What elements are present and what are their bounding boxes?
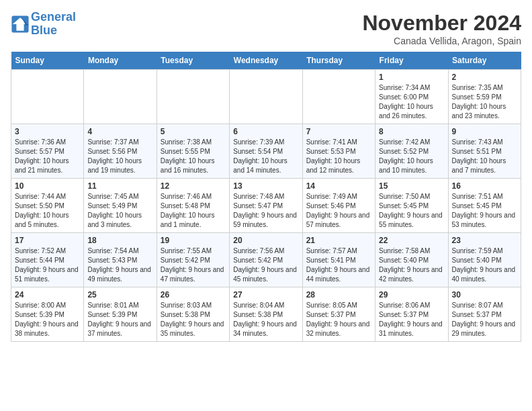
day-number: 5 — [161, 127, 226, 136]
calendar-cell: 29Sunrise: 8:06 AM Sunset: 5:37 PM Dayli… — [375, 287, 448, 342]
day-number: 28 — [306, 290, 371, 300]
day-detail: Sunrise: 7:38 AM Sunset: 5:55 PM Dayligh… — [161, 138, 226, 175]
day-detail: Sunrise: 7:34 AM Sunset: 6:00 PM Dayligh… — [379, 83, 444, 121]
day-detail: Sunrise: 7:43 AM Sunset: 5:51 PM Dayligh… — [452, 138, 517, 175]
day-detail: Sunrise: 8:00 AM Sunset: 5:39 PM Dayligh… — [15, 301, 80, 338]
day-number: 12 — [161, 181, 226, 191]
calendar-cell: 25Sunrise: 8:01 AM Sunset: 5:39 PM Dayli… — [84, 287, 157, 342]
weekday-header: Tuesday — [157, 52, 229, 70]
day-detail: Sunrise: 7:35 AM Sunset: 5:59 PM Dayligh… — [452, 83, 517, 121]
day-detail: Sunrise: 8:06 AM Sunset: 5:37 PM Dayligh… — [379, 301, 444, 338]
day-number: 27 — [233, 290, 298, 300]
calendar-cell: 6Sunrise: 7:39 AM Sunset: 5:54 PM Daylig… — [230, 124, 302, 179]
day-detail: Sunrise: 7:46 AM Sunset: 5:48 PM Dayligh… — [161, 192, 226, 230]
calendar-cell: 2Sunrise: 7:35 AM Sunset: 5:59 PM Daylig… — [448, 70, 521, 124]
month-title: November 2024 — [362, 11, 521, 36]
calendar-cell: 9Sunrise: 7:43 AM Sunset: 5:51 PM Daylig… — [448, 124, 521, 179]
calendar-cell: 1Sunrise: 7:34 AM Sunset: 6:00 PM Daylig… — [375, 70, 448, 124]
day-detail: Sunrise: 7:36 AM Sunset: 5:57 PM Dayligh… — [15, 138, 80, 175]
day-detail: Sunrise: 7:37 AM Sunset: 5:56 PM Dayligh… — [87, 138, 152, 175]
calendar-cell: 4Sunrise: 7:37 AM Sunset: 5:56 PM Daylig… — [84, 124, 157, 179]
weekday-header-row: SundayMondayTuesdayWednesdayThursdayFrid… — [11, 52, 521, 70]
logo-line2: Blue — [31, 24, 57, 37]
day-number: 14 — [306, 181, 371, 191]
day-number: 16 — [452, 181, 517, 191]
day-number: 9 — [452, 127, 517, 136]
calendar-cell: 15Sunrise: 7:50 AM Sunset: 5:45 PM Dayli… — [375, 179, 448, 233]
day-number: 20 — [233, 236, 298, 245]
calendar-cell: 23Sunrise: 7:59 AM Sunset: 5:40 PM Dayli… — [448, 233, 521, 287]
day-number: 1 — [379, 73, 444, 82]
calendar-cell: 30Sunrise: 8:07 AM Sunset: 5:37 PM Dayli… — [448, 287, 521, 342]
calendar-cell — [230, 70, 302, 124]
calendar-cell: 18Sunrise: 7:54 AM Sunset: 5:43 PM Dayli… — [84, 233, 157, 287]
day-detail: Sunrise: 7:48 AM Sunset: 5:47 PM Dayligh… — [233, 192, 298, 230]
day-detail: Sunrise: 8:04 AM Sunset: 5:38 PM Dayligh… — [233, 301, 298, 338]
weekday-header: Saturday — [448, 52, 521, 70]
calendar-week-row: 3Sunrise: 7:36 AM Sunset: 5:57 PM Daylig… — [11, 124, 521, 179]
calendar-table: SundayMondayTuesdayWednesdayThursdayFrid… — [11, 52, 521, 342]
title-block: November 2024 Canada Vellida, Aragon, Sp… — [362, 11, 521, 46]
calendar-cell: 17Sunrise: 7:52 AM Sunset: 5:44 PM Dayli… — [11, 233, 84, 287]
calendar-cell: 12Sunrise: 7:46 AM Sunset: 5:48 PM Dayli… — [157, 179, 229, 233]
day-number: 11 — [87, 181, 152, 191]
calendar-cell: 3Sunrise: 7:36 AM Sunset: 5:57 PM Daylig… — [11, 124, 84, 179]
calendar-cell: 28Sunrise: 8:05 AM Sunset: 5:37 PM Dayli… — [302, 287, 375, 342]
day-detail: Sunrise: 7:57 AM Sunset: 5:41 PM Dayligh… — [306, 246, 371, 284]
calendar-cell — [302, 70, 375, 124]
calendar-week-row: 17Sunrise: 7:52 AM Sunset: 5:44 PM Dayli… — [11, 233, 521, 287]
day-number: 6 — [233, 127, 298, 136]
day-number: 19 — [161, 236, 226, 245]
page-header: General Blue November 2024 Canada Vellid… — [11, 11, 521, 46]
day-number: 22 — [379, 236, 444, 245]
day-number: 24 — [15, 290, 80, 300]
day-detail: Sunrise: 7:56 AM Sunset: 5:42 PM Dayligh… — [233, 246, 298, 284]
calendar-cell: 13Sunrise: 7:48 AM Sunset: 5:47 PM Dayli… — [230, 179, 302, 233]
calendar-cell — [84, 70, 157, 124]
calendar-cell: 22Sunrise: 7:58 AM Sunset: 5:40 PM Dayli… — [375, 233, 448, 287]
day-number: 18 — [87, 236, 152, 245]
calendar-cell: 26Sunrise: 8:03 AM Sunset: 5:38 PM Dayli… — [157, 287, 229, 342]
day-number: 17 — [15, 236, 80, 245]
calendar-cell: 5Sunrise: 7:38 AM Sunset: 5:55 PM Daylig… — [157, 124, 229, 179]
calendar-cell — [157, 70, 229, 124]
day-number: 7 — [306, 127, 371, 136]
calendar-week-row: 24Sunrise: 8:00 AM Sunset: 5:39 PM Dayli… — [11, 287, 521, 342]
day-number: 29 — [379, 290, 444, 300]
day-number: 4 — [87, 127, 152, 136]
calendar-cell: 7Sunrise: 7:41 AM Sunset: 5:53 PM Daylig… — [302, 124, 375, 179]
weekday-header: Thursday — [302, 52, 375, 70]
calendar-cell: 16Sunrise: 7:51 AM Sunset: 5:45 PM Dayli… — [448, 179, 521, 233]
day-detail: Sunrise: 7:39 AM Sunset: 5:54 PM Dayligh… — [233, 138, 298, 175]
weekday-header: Friday — [375, 52, 448, 70]
day-detail: Sunrise: 7:44 AM Sunset: 5:50 PM Dayligh… — [15, 192, 80, 230]
calendar-cell: 19Sunrise: 7:55 AM Sunset: 5:42 PM Dayli… — [157, 233, 229, 287]
day-number: 13 — [233, 181, 298, 191]
day-number: 23 — [452, 236, 517, 245]
day-detail: Sunrise: 7:54 AM Sunset: 5:43 PM Dayligh… — [87, 246, 152, 284]
day-number: 10 — [15, 181, 80, 191]
day-number: 2 — [452, 73, 517, 82]
day-detail: Sunrise: 7:52 AM Sunset: 5:44 PM Dayligh… — [15, 246, 80, 284]
weekday-header: Sunday — [11, 52, 84, 70]
day-detail: Sunrise: 8:07 AM Sunset: 5:37 PM Dayligh… — [452, 301, 517, 338]
weekday-header: Wednesday — [230, 52, 302, 70]
day-number: 30 — [452, 290, 517, 300]
day-detail: Sunrise: 7:55 AM Sunset: 5:42 PM Dayligh… — [161, 246, 226, 284]
calendar-cell: 27Sunrise: 8:04 AM Sunset: 5:38 PM Dayli… — [230, 287, 302, 342]
calendar-cell: 10Sunrise: 7:44 AM Sunset: 5:50 PM Dayli… — [11, 179, 84, 233]
day-detail: Sunrise: 8:01 AM Sunset: 5:39 PM Dayligh… — [87, 301, 152, 338]
calendar-cell: 21Sunrise: 7:57 AM Sunset: 5:41 PM Dayli… — [302, 233, 375, 287]
day-number: 8 — [379, 127, 444, 136]
calendar-cell: 11Sunrise: 7:45 AM Sunset: 5:49 PM Dayli… — [84, 179, 157, 233]
day-detail: Sunrise: 8:03 AM Sunset: 5:38 PM Dayligh… — [161, 301, 226, 338]
calendar-week-row: 1Sunrise: 7:34 AM Sunset: 6:00 PM Daylig… — [11, 70, 521, 124]
location: Canada Vellida, Aragon, Spain — [362, 36, 521, 46]
day-detail: Sunrise: 7:51 AM Sunset: 5:45 PM Dayligh… — [452, 192, 517, 230]
calendar-cell: 20Sunrise: 7:56 AM Sunset: 5:42 PM Dayli… — [230, 233, 302, 287]
calendar-cell — [11, 70, 84, 124]
logo-line1: General — [31, 10, 76, 24]
day-detail: Sunrise: 7:58 AM Sunset: 5:40 PM Dayligh… — [379, 246, 444, 284]
logo: General Blue — [11, 11, 76, 38]
logo-icon — [11, 15, 30, 34]
